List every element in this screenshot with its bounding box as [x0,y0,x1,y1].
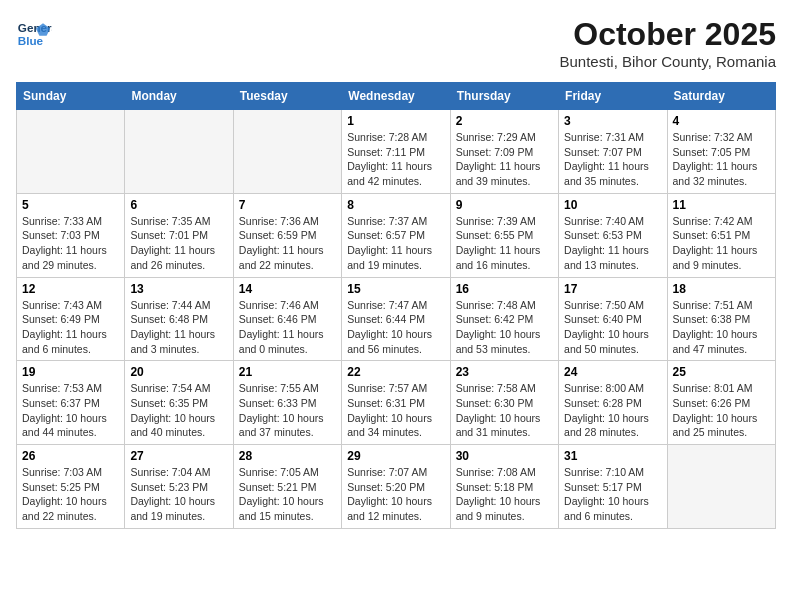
calendar-cell [233,110,341,194]
calendar-cell: 9Sunrise: 7:39 AM Sunset: 6:55 PM Daylig… [450,193,558,277]
day-number: 11 [673,198,770,212]
day-info: Sunrise: 7:04 AM Sunset: 5:23 PM Dayligh… [130,465,227,524]
day-info: Sunrise: 7:28 AM Sunset: 7:11 PM Dayligh… [347,130,444,189]
calendar-cell: 17Sunrise: 7:50 AM Sunset: 6:40 PM Dayli… [559,277,667,361]
day-info: Sunrise: 8:01 AM Sunset: 6:26 PM Dayligh… [673,381,770,440]
calendar-cell: 19Sunrise: 7:53 AM Sunset: 6:37 PM Dayli… [17,361,125,445]
week-row-2: 5Sunrise: 7:33 AM Sunset: 7:03 PM Daylig… [17,193,776,277]
logo-icon: General Blue [16,16,52,52]
calendar-cell: 22Sunrise: 7:57 AM Sunset: 6:31 PM Dayli… [342,361,450,445]
day-number: 20 [130,365,227,379]
week-row-1: 1Sunrise: 7:28 AM Sunset: 7:11 PM Daylig… [17,110,776,194]
day-info: Sunrise: 7:57 AM Sunset: 6:31 PM Dayligh… [347,381,444,440]
weekday-header-sunday: Sunday [17,83,125,110]
calendar-cell: 16Sunrise: 7:48 AM Sunset: 6:42 PM Dayli… [450,277,558,361]
day-number: 19 [22,365,119,379]
day-info: Sunrise: 7:36 AM Sunset: 6:59 PM Dayligh… [239,214,336,273]
day-info: Sunrise: 7:51 AM Sunset: 6:38 PM Dayligh… [673,298,770,357]
calendar-cell: 21Sunrise: 7:55 AM Sunset: 6:33 PM Dayli… [233,361,341,445]
day-info: Sunrise: 7:07 AM Sunset: 5:20 PM Dayligh… [347,465,444,524]
day-info: Sunrise: 7:58 AM Sunset: 6:30 PM Dayligh… [456,381,553,440]
calendar-cell: 14Sunrise: 7:46 AM Sunset: 6:46 PM Dayli… [233,277,341,361]
day-info: Sunrise: 7:44 AM Sunset: 6:48 PM Dayligh… [130,298,227,357]
calendar-cell: 30Sunrise: 7:08 AM Sunset: 5:18 PM Dayli… [450,445,558,529]
calendar-cell: 6Sunrise: 7:35 AM Sunset: 7:01 PM Daylig… [125,193,233,277]
day-number: 26 [22,449,119,463]
weekday-header-row: SundayMondayTuesdayWednesdayThursdayFrid… [17,83,776,110]
day-number: 10 [564,198,661,212]
day-info: Sunrise: 7:08 AM Sunset: 5:18 PM Dayligh… [456,465,553,524]
day-number: 18 [673,282,770,296]
day-number: 7 [239,198,336,212]
calendar-cell: 2Sunrise: 7:29 AM Sunset: 7:09 PM Daylig… [450,110,558,194]
location-subtitle: Buntesti, Bihor County, Romania [560,53,777,70]
day-number: 22 [347,365,444,379]
day-info: Sunrise: 7:42 AM Sunset: 6:51 PM Dayligh… [673,214,770,273]
calendar-cell: 11Sunrise: 7:42 AM Sunset: 6:51 PM Dayli… [667,193,775,277]
day-info: Sunrise: 7:35 AM Sunset: 7:01 PM Dayligh… [130,214,227,273]
day-number: 21 [239,365,336,379]
calendar-table: SundayMondayTuesdayWednesdayThursdayFrid… [16,82,776,529]
day-number: 17 [564,282,661,296]
day-number: 14 [239,282,336,296]
day-info: Sunrise: 7:46 AM Sunset: 6:46 PM Dayligh… [239,298,336,357]
calendar-cell: 28Sunrise: 7:05 AM Sunset: 5:21 PM Dayli… [233,445,341,529]
day-info: Sunrise: 7:33 AM Sunset: 7:03 PM Dayligh… [22,214,119,273]
calendar-cell: 8Sunrise: 7:37 AM Sunset: 6:57 PM Daylig… [342,193,450,277]
day-number: 16 [456,282,553,296]
day-info: Sunrise: 8:00 AM Sunset: 6:28 PM Dayligh… [564,381,661,440]
week-row-5: 26Sunrise: 7:03 AM Sunset: 5:25 PM Dayli… [17,445,776,529]
weekday-header-wednesday: Wednesday [342,83,450,110]
day-number: 5 [22,198,119,212]
day-info: Sunrise: 7:31 AM Sunset: 7:07 PM Dayligh… [564,130,661,189]
logo: General Blue [16,16,52,52]
day-info: Sunrise: 7:50 AM Sunset: 6:40 PM Dayligh… [564,298,661,357]
calendar-cell: 1Sunrise: 7:28 AM Sunset: 7:11 PM Daylig… [342,110,450,194]
day-number: 8 [347,198,444,212]
day-info: Sunrise: 7:05 AM Sunset: 5:21 PM Dayligh… [239,465,336,524]
calendar-cell: 27Sunrise: 7:04 AM Sunset: 5:23 PM Dayli… [125,445,233,529]
day-number: 29 [347,449,444,463]
day-number: 4 [673,114,770,128]
day-number: 31 [564,449,661,463]
day-info: Sunrise: 7:43 AM Sunset: 6:49 PM Dayligh… [22,298,119,357]
day-info: Sunrise: 7:48 AM Sunset: 6:42 PM Dayligh… [456,298,553,357]
weekday-header-tuesday: Tuesday [233,83,341,110]
calendar-cell: 15Sunrise: 7:47 AM Sunset: 6:44 PM Dayli… [342,277,450,361]
day-number: 25 [673,365,770,379]
day-info: Sunrise: 7:39 AM Sunset: 6:55 PM Dayligh… [456,214,553,273]
calendar-cell: 3Sunrise: 7:31 AM Sunset: 7:07 PM Daylig… [559,110,667,194]
weekday-header-friday: Friday [559,83,667,110]
calendar-cell: 5Sunrise: 7:33 AM Sunset: 7:03 PM Daylig… [17,193,125,277]
weekday-header-monday: Monday [125,83,233,110]
calendar-cell: 29Sunrise: 7:07 AM Sunset: 5:20 PM Dayli… [342,445,450,529]
week-row-3: 12Sunrise: 7:43 AM Sunset: 6:49 PM Dayli… [17,277,776,361]
day-info: Sunrise: 7:53 AM Sunset: 6:37 PM Dayligh… [22,381,119,440]
calendar-cell [667,445,775,529]
calendar-cell: 10Sunrise: 7:40 AM Sunset: 6:53 PM Dayli… [559,193,667,277]
calendar-cell: 23Sunrise: 7:58 AM Sunset: 6:30 PM Dayli… [450,361,558,445]
page-header: General Blue October 2025 Buntesti, Biho… [16,16,776,70]
day-number: 24 [564,365,661,379]
day-info: Sunrise: 7:37 AM Sunset: 6:57 PM Dayligh… [347,214,444,273]
title-block: October 2025 Buntesti, Bihor County, Rom… [560,16,777,70]
day-info: Sunrise: 7:40 AM Sunset: 6:53 PM Dayligh… [564,214,661,273]
day-info: Sunrise: 7:32 AM Sunset: 7:05 PM Dayligh… [673,130,770,189]
calendar-cell: 12Sunrise: 7:43 AM Sunset: 6:49 PM Dayli… [17,277,125,361]
calendar-cell: 7Sunrise: 7:36 AM Sunset: 6:59 PM Daylig… [233,193,341,277]
calendar-cell: 18Sunrise: 7:51 AM Sunset: 6:38 PM Dayli… [667,277,775,361]
day-number: 23 [456,365,553,379]
day-info: Sunrise: 7:54 AM Sunset: 6:35 PM Dayligh… [130,381,227,440]
week-row-4: 19Sunrise: 7:53 AM Sunset: 6:37 PM Dayli… [17,361,776,445]
day-info: Sunrise: 7:10 AM Sunset: 5:17 PM Dayligh… [564,465,661,524]
calendar-cell: 4Sunrise: 7:32 AM Sunset: 7:05 PM Daylig… [667,110,775,194]
day-number: 28 [239,449,336,463]
day-number: 2 [456,114,553,128]
weekday-header-saturday: Saturday [667,83,775,110]
day-number: 27 [130,449,227,463]
day-info: Sunrise: 7:47 AM Sunset: 6:44 PM Dayligh… [347,298,444,357]
day-number: 6 [130,198,227,212]
day-info: Sunrise: 7:55 AM Sunset: 6:33 PM Dayligh… [239,381,336,440]
calendar-cell [125,110,233,194]
day-number: 13 [130,282,227,296]
